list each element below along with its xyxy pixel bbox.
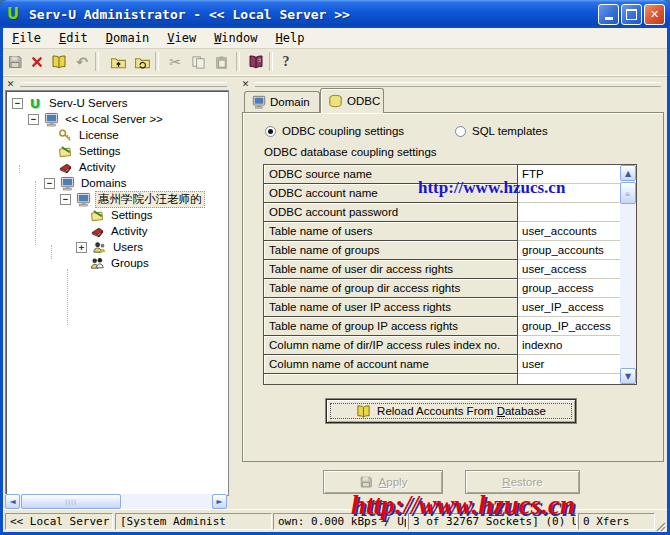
tree-item-servu-servers[interactable]: − U Serv-U Servers: [12, 95, 130, 111]
setting-label[interactable]: Table name of users: [264, 222, 518, 241]
apply-label: Apply: [379, 476, 408, 488]
menu-file[interactable]: File: [3, 29, 50, 47]
folder-refresh-button[interactable]: [131, 51, 153, 73]
title-bar[interactable]: U Serv-U Administrator - << Local Server…: [0, 0, 670, 28]
setting-label[interactable]: Column name of dir/IP access rules index…: [264, 336, 518, 355]
table-row-partial[interactable]: [264, 374, 620, 385]
setting-value[interactable]: [518, 203, 620, 222]
tree-hscrollbar[interactable]: ◄ |||| ►: [5, 494, 227, 509]
collapse-icon[interactable]: −: [44, 178, 55, 189]
menu-help[interactable]: Help: [266, 29, 313, 47]
vscroll-thumb[interactable]: ≡: [620, 182, 636, 204]
detail-panel-grip[interactable]: [255, 82, 661, 87]
table-row[interactable]: Table name of group dir access rights gr…: [264, 279, 620, 298]
hscroll-thumb[interactable]: ||||: [21, 494, 121, 509]
setting-value[interactable]: user_accounts: [518, 222, 620, 241]
tree-item-domain-activity[interactable]: Activity: [89, 223, 149, 239]
tree-item-groups[interactable]: Groups: [89, 255, 151, 271]
setting-label[interactable]: [264, 374, 518, 385]
help-button[interactable]: ?: [275, 51, 297, 73]
menu-window[interactable]: Window: [205, 29, 266, 47]
tree-item-domain-settings[interactable]: Settings: [89, 207, 155, 223]
watermark-blue: http://www.hzucs.cn: [418, 178, 565, 198]
book-icon: [248, 54, 264, 70]
detail-panel-close-icon[interactable]: ✕: [240, 79, 251, 90]
panel-splitter[interactable]: [232, 78, 238, 509]
setting-value[interactable]: user_access: [518, 260, 620, 279]
table-row[interactable]: Column name of account name user: [264, 355, 620, 374]
tree-item-license[interactable]: License: [57, 127, 121, 143]
table-row[interactable]: Table name of users user_accounts: [264, 222, 620, 241]
computer-icon: [59, 175, 75, 191]
setting-label[interactable]: Table name of group dir access rights: [264, 279, 518, 298]
close-button[interactable]: ✕: [644, 4, 665, 25]
tree-panel-grip[interactable]: [20, 82, 227, 87]
reload-book-icon: [51, 54, 67, 70]
setting-label[interactable]: Table name of user dir access rights: [264, 260, 518, 279]
setting-value[interactable]: group_IP_access: [518, 317, 620, 336]
tree-item-label: 惠州学院小汪老师的: [95, 191, 205, 208]
maximize-button[interactable]: [621, 4, 642, 25]
minimize-button[interactable]: [598, 4, 619, 25]
tree-item-local-server[interactable]: − << Local Server >>: [28, 111, 165, 127]
setting-label[interactable]: Column name of account name: [264, 355, 518, 374]
reload-accounts-toolbar-button[interactable]: [48, 51, 70, 73]
app-icon: U: [7, 5, 25, 23]
collapse-icon[interactable]: −: [28, 114, 39, 125]
setting-label[interactable]: Table name of user IP access rights: [264, 298, 518, 317]
setting-value[interactable]: user_IP_access: [518, 298, 620, 317]
table-row[interactable]: ODBC account password: [264, 203, 620, 222]
collapse-icon[interactable]: −: [60, 194, 71, 205]
cut-button: ✂: [164, 51, 186, 73]
detail-panel-header: ✕: [240, 78, 665, 90]
scroll-down-arrow-icon[interactable]: ▼: [620, 368, 636, 384]
menu-domain[interactable]: Domain: [97, 29, 158, 47]
radio-odbc-coupling[interactable]: ODBC coupling settings: [265, 125, 404, 137]
delete-button[interactable]: [26, 51, 48, 73]
tab-domain[interactable]: Domain: [244, 91, 320, 112]
setting-value[interactable]: user: [518, 355, 620, 374]
tree-item-label: Domains: [79, 177, 128, 189]
tree-guide: [19, 165, 20, 173]
setting-label[interactable]: Table name of group IP access rights: [264, 317, 518, 336]
setting-label[interactable]: ODBC account password: [264, 203, 518, 222]
tree-item-domains[interactable]: − Domains: [44, 175, 128, 191]
menu-view[interactable]: View: [158, 29, 205, 47]
table-row[interactable]: Table name of user dir access rights use…: [264, 260, 620, 279]
table-row[interactable]: Table name of group IP access rights gro…: [264, 317, 620, 336]
setting-label[interactable]: Table name of groups: [264, 241, 518, 260]
reload-accounts-button[interactable]: Reload Accounts From Database: [326, 399, 576, 423]
setting-value[interactable]: [518, 374, 620, 385]
expand-icon[interactable]: +: [76, 242, 87, 253]
tree-item-activity[interactable]: Activity: [57, 159, 117, 175]
book-help-button[interactable]: [245, 51, 267, 73]
save-button: [4, 51, 26, 73]
folder-up-button[interactable]: [107, 51, 129, 73]
radio-unselected-icon[interactable]: [455, 126, 466, 137]
table-vscrollbar[interactable]: ▲ ≡ ▼: [620, 165, 636, 384]
tree-item-users[interactable]: + Users: [76, 239, 145, 255]
tree-panel-close-icon[interactable]: ✕: [5, 79, 16, 90]
tree-item-settings[interactable]: Settings: [57, 143, 123, 159]
setting-value[interactable]: group_access: [518, 279, 620, 298]
tree-item-label: Serv-U Servers: [47, 97, 130, 109]
scroll-up-arrow-icon[interactable]: ▲: [620, 165, 636, 181]
table-row[interactable]: Table name of user IP access rights user…: [264, 298, 620, 317]
setting-value[interactable]: group_accounts: [518, 241, 620, 260]
table-row[interactable]: Column name of dir/IP access rules index…: [264, 336, 620, 355]
activity-icon: [57, 159, 73, 175]
tree-item-domain-hzucs[interactable]: − 惠州学院小汪老师的: [60, 191, 205, 207]
setting-value[interactable]: indexno: [518, 336, 620, 355]
resize-grip-icon[interactable]: [653, 519, 666, 532]
computer-icon: [75, 191, 91, 207]
table-row[interactable]: Table name of groups group_accounts: [264, 241, 620, 260]
radio-selected-icon[interactable]: [265, 126, 276, 137]
tab-odbc[interactable]: ODBC: [320, 88, 384, 113]
collapse-icon[interactable]: −: [12, 98, 23, 109]
menu-edit[interactable]: Edit: [50, 29, 97, 47]
reload-book-icon: [356, 404, 371, 419]
scroll-left-arrow-icon[interactable]: ◄: [5, 494, 20, 509]
radio-sql-templates[interactable]: SQL templates: [455, 125, 548, 137]
scroll-right-arrow-icon[interactable]: ►: [212, 494, 227, 509]
tree-item-label: Settings: [77, 145, 123, 157]
